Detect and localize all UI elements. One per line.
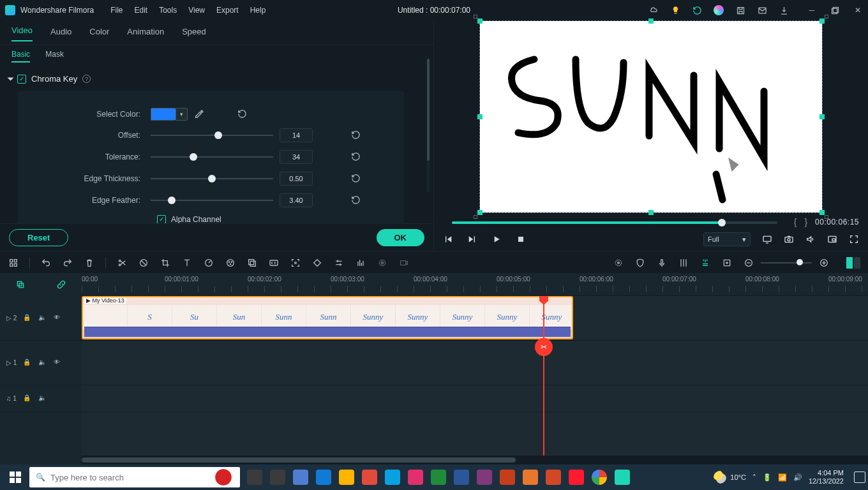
profile-icon[interactable] bbox=[714, 5, 724, 15]
playhead[interactable]: ✂ bbox=[543, 296, 544, 456]
step-forward-icon[interactable] bbox=[467, 234, 477, 244]
edge-feather-value[interactable]: 3.40 bbox=[280, 193, 313, 207]
ruler[interactable]: 00:0000:00:01:0000:00:02:0000:00:03:0000… bbox=[82, 273, 868, 296]
chroma-key-checkbox[interactable] bbox=[17, 75, 26, 84]
mute-icon[interactable]: 🔈 bbox=[38, 394, 47, 403]
track-head-a1[interactable]: ♫ 1 🔒 🔈 bbox=[0, 385, 82, 412]
text-icon[interactable] bbox=[181, 257, 193, 269]
preview-canvas[interactable] bbox=[480, 21, 822, 212]
taskbar-app-1[interactable] bbox=[267, 464, 288, 490]
taskbar-app-14[interactable] bbox=[565, 464, 587, 490]
menu-view[interactable]: View bbox=[188, 6, 205, 15]
color-icon[interactable] bbox=[225, 257, 236, 269]
taskbar-app-15[interactable] bbox=[588, 464, 610, 490]
timeline-hscroll[interactable] bbox=[82, 456, 868, 464]
menu-export[interactable]: Export bbox=[216, 6, 239, 15]
menu-edit[interactable]: Edit bbox=[135, 6, 148, 15]
color-swatch[interactable] bbox=[151, 108, 176, 121]
download-icon[interactable] bbox=[779, 5, 789, 15]
reset-edge-feather-icon[interactable] bbox=[351, 195, 361, 205]
mute-icon[interactable]: 🔈 bbox=[38, 359, 47, 368]
play-icon[interactable] bbox=[491, 234, 502, 244]
prohibit-icon[interactable] bbox=[138, 257, 149, 269]
taskbar-app-9[interactable] bbox=[451, 464, 472, 490]
redo-icon[interactable] bbox=[62, 257, 73, 269]
menu-tools[interactable]: Tools bbox=[159, 6, 177, 15]
taskbar-app-0[interactable] bbox=[244, 464, 266, 490]
record-icon[interactable] bbox=[377, 257, 388, 269]
duplicate-icon[interactable] bbox=[15, 279, 26, 290]
cc-icon[interactable] bbox=[268, 257, 280, 269]
insert-marker-icon[interactable] bbox=[721, 257, 733, 269]
crop-icon[interactable] bbox=[160, 257, 171, 269]
taskbar-app-4[interactable] bbox=[336, 464, 357, 490]
tab-video[interactable]: Video bbox=[11, 26, 33, 41]
search-input[interactable] bbox=[50, 473, 234, 482]
track-head-v2[interactable]: ▷ 2 🔒 🔈 👁 bbox=[0, 296, 82, 341]
tray-chevron-icon[interactable]: ˄ bbox=[752, 473, 756, 482]
taskbar-app-6[interactable] bbox=[382, 464, 403, 490]
reset-color-icon[interactable] bbox=[237, 109, 248, 119]
taskbar-search[interactable]: 🔍 bbox=[29, 467, 240, 487]
mark-out-icon[interactable]: } bbox=[804, 217, 807, 227]
mute-icon[interactable]: 🔈 bbox=[38, 314, 47, 323]
zoom-out-icon[interactable] bbox=[743, 257, 754, 269]
split-icon[interactable] bbox=[116, 257, 128, 269]
taskbar-app-7[interactable] bbox=[405, 464, 426, 490]
eyedropper-icon[interactable] bbox=[194, 109, 204, 119]
tolerance-slider[interactable] bbox=[151, 152, 273, 162]
ok-button[interactable]: OK bbox=[377, 229, 425, 246]
lock-icon[interactable]: 🔒 bbox=[23, 359, 32, 368]
taskbar-app-13[interactable] bbox=[542, 464, 564, 490]
volume-icon[interactable] bbox=[805, 234, 816, 244]
zoom-slider[interactable] bbox=[761, 262, 812, 264]
adjust-icon[interactable] bbox=[333, 257, 345, 269]
help-icon[interactable]: ? bbox=[82, 75, 91, 83]
tab-audio[interactable]: Audio bbox=[50, 27, 71, 41]
taskbar-clock[interactable]: 4:04 PM 12/13/2022 bbox=[809, 469, 844, 486]
taskbar-app-8[interactable] bbox=[428, 464, 449, 490]
track-lane-v2[interactable]: ▶ My Video-13 SSuSunSunnSunnSunnySunnySu… bbox=[82, 296, 868, 341]
pip-icon[interactable] bbox=[827, 234, 837, 244]
track-visibility-icon[interactable] bbox=[613, 257, 624, 269]
track-head-v1[interactable]: ▷ 1 🔒 🔈 👁 bbox=[0, 341, 82, 385]
undo-icon[interactable] bbox=[40, 257, 52, 269]
notifications-icon[interactable] bbox=[854, 471, 865, 483]
video-clip[interactable]: ▶ My Video-13 SSuSunSunnSunnSunnySunnySu… bbox=[82, 296, 573, 339]
tab-color[interactable]: Color bbox=[89, 27, 109, 41]
speed-icon[interactable] bbox=[203, 257, 214, 269]
stop-icon[interactable] bbox=[516, 234, 526, 244]
taskbar-app-10[interactable] bbox=[474, 464, 495, 490]
section-chroma-key[interactable]: Chroma Key ? bbox=[9, 74, 422, 84]
start-button[interactable] bbox=[3, 464, 28, 490]
refresh-icon[interactable] bbox=[692, 5, 702, 15]
taskbar-app-5[interactable] bbox=[359, 464, 380, 490]
alpha-channel-checkbox[interactable] bbox=[157, 215, 166, 223]
menu-help[interactable]: Help bbox=[250, 6, 266, 15]
weather-widget[interactable]: 10°C bbox=[714, 471, 746, 484]
zoom-in-icon[interactable] bbox=[818, 257, 830, 269]
cloud-icon[interactable] bbox=[648, 5, 659, 15]
edge-thickness-value[interactable]: 0.50 bbox=[280, 172, 313, 186]
shield-icon[interactable] bbox=[634, 257, 646, 269]
track-lane-v1[interactable] bbox=[82, 341, 868, 385]
tolerance-value[interactable]: 34 bbox=[280, 150, 313, 164]
edge-feather-slider[interactable] bbox=[151, 195, 273, 205]
taskbar-app-12[interactable] bbox=[520, 464, 541, 490]
grid-icon[interactable] bbox=[8, 257, 19, 269]
lightbulb-icon[interactable] bbox=[670, 5, 680, 15]
equalizer-icon[interactable] bbox=[355, 257, 366, 269]
panel-scrollbar[interactable] bbox=[427, 59, 430, 193]
offset-slider[interactable] bbox=[151, 130, 273, 140]
display-icon[interactable] bbox=[762, 234, 772, 244]
maximize-button[interactable] bbox=[830, 5, 840, 15]
close-button[interactable]: ✕ bbox=[853, 5, 863, 15]
offset-value[interactable]: 14 bbox=[280, 128, 313, 142]
snapshot-icon[interactable] bbox=[784, 234, 794, 244]
mixer-icon[interactable] bbox=[678, 257, 689, 269]
taskbar-app-3[interactable] bbox=[313, 464, 334, 490]
playhead-split-icon[interactable]: ✂ bbox=[535, 338, 553, 356]
save-icon[interactable] bbox=[735, 5, 745, 15]
mark-in-icon[interactable]: { bbox=[794, 217, 797, 227]
menu-file[interactable]: File bbox=[110, 6, 123, 15]
